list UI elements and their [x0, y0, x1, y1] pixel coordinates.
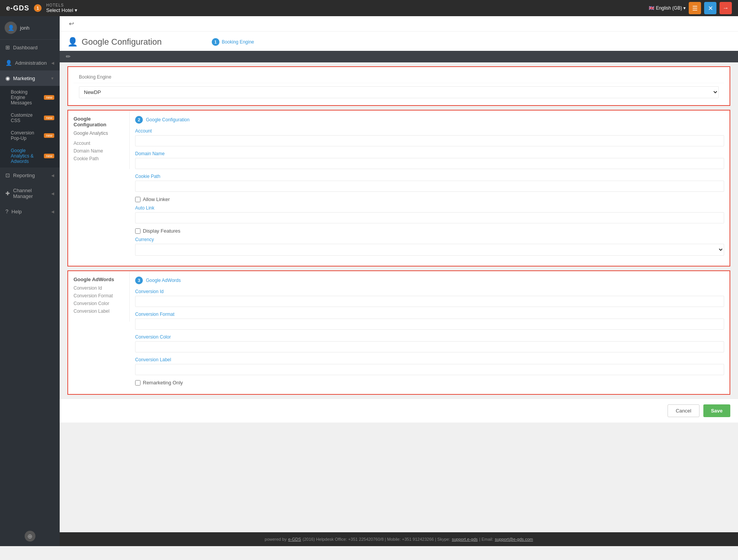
- page-title-icon: 👤: [67, 37, 78, 47]
- sidebar-item-label-marketing: Marketing: [13, 75, 35, 81]
- conversion-format-field-group: Conversion Format: [135, 312, 724, 330]
- remarketing-only-label: Remarketing Only: [143, 380, 183, 386]
- layout: 👤 jonh ⊞ Dashboard 👤 Administration ◀ ◉ …: [0, 16, 738, 546]
- sidebar-bottom: ⊕: [0, 526, 60, 546]
- footer-email-label: | Email:: [479, 537, 493, 542]
- conversion-color-label: Conversion Color: [135, 334, 724, 340]
- hotel-label: HOTELS: [46, 3, 77, 7]
- page-title: Google Configuration: [82, 37, 162, 47]
- notification-badge[interactable]: 1: [34, 4, 42, 12]
- sidebar-subitem-customize-css[interactable]: Customize CSS new: [0, 109, 60, 127]
- sidebar-item-administration[interactable]: 👤 Administration ◀: [0, 55, 60, 70]
- customize-css-label: Customize CSS: [11, 112, 42, 123]
- gc-analytics-title: Google Analytics: [74, 131, 124, 136]
- reporting-icon: ⊡: [5, 172, 10, 178]
- conversion-label-input[interactable]: [135, 364, 724, 375]
- callout-3-label: Google AdWords: [146, 278, 181, 283]
- sidebar-item-label-administration: Administration: [15, 60, 47, 66]
- administration-icon: 👤: [5, 60, 12, 66]
- auto-link-input[interactable]: [135, 212, 724, 223]
- page-title-row: 👤 Google Configuration 1 Booking Engine: [60, 32, 738, 51]
- sidebar-item-reporting[interactable]: ⊡ Reporting ◀: [0, 168, 60, 183]
- sidebar-subitem-google-analytics[interactable]: Google Analytics & Adwords new: [0, 144, 60, 168]
- footer-skype[interactable]: support.e-gds: [452, 537, 477, 542]
- remarketing-only-checkbox[interactable]: [135, 380, 141, 386]
- conversion-color-input[interactable]: [135, 341, 724, 352]
- gc-section-title: Google Configuration: [74, 116, 124, 127]
- conversion-id-input[interactable]: [135, 296, 724, 307]
- logout-icon-btn[interactable]: →: [720, 2, 732, 14]
- allow-linker-label: Allow Linker: [143, 196, 170, 202]
- domain-name-input[interactable]: [135, 158, 724, 169]
- cookie-path-input[interactable]: [135, 181, 724, 192]
- sidebar-user: 👤 jonh: [0, 16, 60, 40]
- callout-2-label: Google Configuration: [146, 117, 189, 122]
- topbar-right: 🇬🇧 English (GB) ▾ ☰ ✕ →: [649, 2, 732, 14]
- channel-manager-icon: ✚: [5, 190, 10, 196]
- footer-info: (2016) Helpdesk Office: +351 225420760/8…: [303, 537, 450, 542]
- booking-engine-messages-label: Booking Engine Messages: [11, 89, 42, 106]
- sidebar-subitem-booking-engine-messages[interactable]: Booking Engine Messages new: [0, 86, 60, 109]
- callout-2-row: 2 Google Configuration: [135, 116, 724, 124]
- help-icon: ?: [5, 208, 8, 215]
- sidebar-item-dashboard[interactable]: ⊞ Dashboard: [0, 40, 60, 55]
- edit-icon-button[interactable]: ✏: [66, 53, 71, 60]
- allow-linker-checkbox[interactable]: [135, 197, 141, 202]
- domain-name-label: Domain Name: [135, 151, 724, 156]
- currency-field-group: Currency: [135, 237, 724, 256]
- badge-new-bem: new: [44, 95, 54, 100]
- sidebar-item-help[interactable]: ? Help ◀: [0, 204, 60, 219]
- avatar: 👤: [5, 22, 17, 34]
- menu-icon-btn[interactable]: ☰: [689, 2, 701, 14]
- auto-link-field-group: Auto Link: [135, 205, 724, 223]
- close-icon-btn[interactable]: ✕: [704, 2, 716, 14]
- username: jonh: [20, 25, 30, 31]
- footer-link[interactable]: e-GDS: [288, 537, 301, 542]
- help-arrow: ◀: [51, 210, 54, 214]
- gaw-section-title: Google AdWords: [74, 277, 124, 282]
- booking-engine-box: Booking Engine NewDP: [67, 66, 730, 106]
- sidebar: 👤 jonh ⊞ Dashboard 👤 Administration ◀ ◉ …: [0, 16, 60, 546]
- administration-arrow: ◀: [51, 61, 54, 65]
- conversion-popup-label: Conversion Pop-Up: [11, 130, 42, 141]
- back-button[interactable]: ↩: [66, 19, 77, 29]
- conversion-label-field-group: Conversion Label: [135, 357, 724, 375]
- hotel-select[interactable]: Select Hotel ▾: [46, 7, 77, 13]
- be-label-row: Booking Engine: [74, 71, 724, 83]
- conversion-id-field-group: Conversion Id: [135, 289, 724, 307]
- sidebar-item-label-reporting: Reporting: [13, 173, 35, 178]
- google-config-box: Google Configuration Google Analytics Ac…: [67, 110, 730, 267]
- google-analytics-label: Google Analytics & Adwords: [11, 148, 42, 164]
- cancel-button[interactable]: Cancel: [668, 404, 699, 417]
- gc-field-cookie: Cookie Path: [74, 156, 124, 161]
- app-logo: e-GDS: [6, 4, 29, 12]
- display-features-checkbox[interactable]: [135, 228, 141, 234]
- display-features-row: Display Features: [135, 228, 724, 234]
- add-button[interactable]: ⊕: [25, 531, 35, 542]
- main-scroll: ↩ 👤 Google Configuration 1 Booking Engin…: [60, 16, 738, 532]
- currency-select[interactable]: [135, 244, 724, 256]
- domain-name-field-group: Domain Name: [135, 151, 724, 169]
- footer-email[interactable]: support@e-gds.com: [495, 537, 533, 542]
- conversion-format-label: Conversion Format: [135, 312, 724, 317]
- sidebar-item-channel-manager[interactable]: ✚ Channel Manager ◀: [0, 183, 60, 204]
- badge-new-popup: new: [44, 133, 54, 138]
- callout-2-badge: 2: [135, 116, 143, 124]
- sidebar-item-marketing[interactable]: ◉ Marketing ▼: [0, 70, 60, 86]
- channel-manager-arrow: ◀: [51, 191, 54, 196]
- account-input[interactable]: [135, 135, 724, 146]
- be-select-row: NewDP: [74, 83, 724, 101]
- conversion-format-input[interactable]: [135, 319, 724, 330]
- gc-left-panel: Google Configuration Google Analytics Ac…: [68, 111, 130, 169]
- reporting-arrow: ◀: [51, 173, 54, 178]
- be-label: Booking Engine: [79, 74, 111, 80]
- language-selector[interactable]: 🇬🇧 English (GB) ▾: [649, 5, 686, 11]
- save-button[interactable]: Save: [703, 404, 730, 417]
- cookie-path-label: Cookie Path: [135, 174, 724, 179]
- marketing-submenu: Booking Engine Messages new Customize CS…: [0, 86, 60, 168]
- callout-1-badge: 1: [212, 38, 219, 46]
- cookie-path-field-group: Cookie Path: [135, 174, 724, 192]
- remarketing-only-row: Remarketing Only: [135, 380, 724, 386]
- sidebar-subitem-conversion-popup[interactable]: Conversion Pop-Up new: [0, 127, 60, 144]
- booking-engine-select[interactable]: NewDP: [79, 86, 719, 98]
